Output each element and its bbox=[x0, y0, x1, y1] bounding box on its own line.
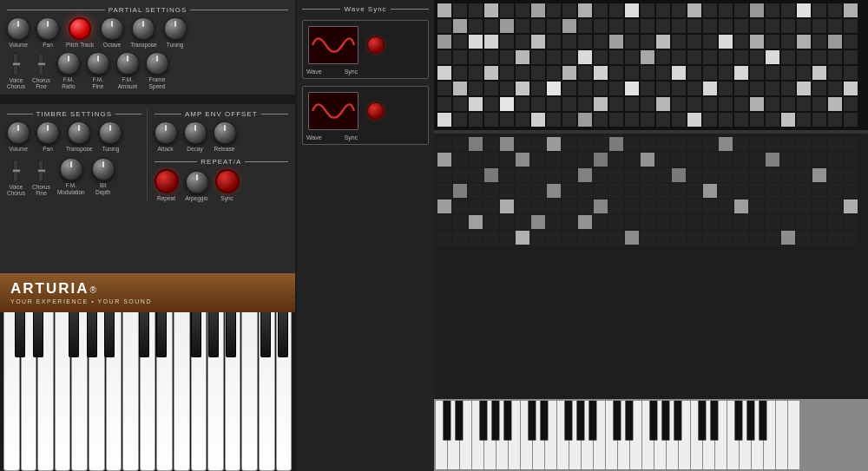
transpose-label: Transpose bbox=[130, 42, 156, 49]
sync-dot-1[interactable] bbox=[367, 36, 385, 54]
wave-display-1[interactable] bbox=[308, 26, 358, 64]
release-knob[interactable] bbox=[214, 121, 236, 144]
attack-knob[interactable] bbox=[155, 121, 177, 144]
wave-sync-unit-1: Wave Sync bbox=[302, 20, 429, 79]
fm-ratio-group: F.M.Ratio bbox=[57, 52, 80, 90]
frame-speed-group: FrameSpeed bbox=[146, 52, 168, 90]
frame-speed-label: FrameSpeed bbox=[149, 76, 166, 90]
black-key[interactable] bbox=[104, 312, 115, 357]
decay-knob[interactable] bbox=[184, 121, 207, 144]
black-key[interactable] bbox=[69, 312, 79, 357]
timbre-col: TIMBRE SETTINGS Volume Pan bbox=[7, 108, 148, 202]
t-chorus-fine-slider[interactable] bbox=[38, 160, 43, 182]
fm-amount-label: F.M.Amount bbox=[118, 76, 137, 90]
t-tuning-knob[interactable] bbox=[99, 121, 122, 144]
black-key[interactable] bbox=[260, 312, 271, 357]
arturia-tagline: YOUR EXPERIENCE • YOUR SOUND bbox=[10, 298, 152, 304]
octave-knob[interactable] bbox=[101, 17, 123, 40]
transpose-knob[interactable] bbox=[132, 17, 155, 40]
wave-sync-unit-2: Wave Sync bbox=[302, 86, 429, 145]
partial-bottom-row: VoiceChorus ChorusFine F.M.Ratio bbox=[7, 52, 288, 90]
wave-label-2: Wave bbox=[306, 134, 322, 141]
fm-amount-group: F.M.Amount bbox=[116, 52, 139, 90]
arpeggio-knob[interactable] bbox=[186, 171, 208, 193]
t-volume-knob[interactable] bbox=[7, 121, 30, 144]
sync-dot-2[interactable] bbox=[367, 102, 385, 120]
white-key[interactable] bbox=[122, 312, 139, 471]
t-voice-chorus-group: VoiceChorus bbox=[7, 160, 25, 196]
sync-button[interactable] bbox=[215, 169, 240, 193]
fm-amount-knob[interactable] bbox=[116, 52, 139, 75]
wave-sync-title: Wave Sync bbox=[302, 5, 429, 13]
keyboard-section bbox=[0, 312, 295, 471]
fm-fine-group: F.M.Fine bbox=[87, 52, 109, 90]
black-key[interactable] bbox=[226, 312, 236, 357]
t-volume-label: Volume bbox=[9, 146, 28, 153]
tuning-label: Tuning bbox=[167, 42, 184, 49]
chorus-fine-label: ChorusFine bbox=[32, 77, 50, 89]
t-chorus-fine-thumb bbox=[37, 168, 46, 173]
t-bit-depth-knob[interactable] bbox=[92, 158, 115, 180]
fm-ratio-knob[interactable] bbox=[57, 52, 80, 75]
wave-line-left bbox=[302, 9, 340, 10]
pan-knob[interactable] bbox=[36, 17, 59, 40]
timbre-top-row: Volume Pan Transpose bbox=[7, 121, 141, 153]
chorus-fine-slider[interactable] bbox=[38, 53, 43, 75]
wave-label-1: Wave bbox=[306, 69, 322, 75]
black-key[interactable] bbox=[208, 312, 219, 357]
repeat-btn-group: Repeat bbox=[155, 169, 179, 202]
title-line-left bbox=[7, 10, 105, 10]
t-chorus-fine-label: ChorusFine bbox=[32, 184, 50, 196]
t-volume-group: Volume bbox=[7, 121, 30, 153]
white-key[interactable] bbox=[174, 312, 190, 471]
partial-top-knob-row: Volume Pan Pitch Track Octave bbox=[7, 17, 288, 49]
pitch-track-group: Pitch Track bbox=[66, 17, 94, 49]
fm-fine-knob[interactable] bbox=[87, 52, 109, 75]
white-key[interactable] bbox=[241, 312, 258, 471]
arpeggio-group: Arpeggio bbox=[186, 171, 208, 202]
volume-knob-group: Volume bbox=[7, 17, 30, 49]
wave-sync-inner-2 bbox=[306, 90, 424, 132]
repeat-line-right bbox=[245, 161, 288, 162]
t-transpose-knob[interactable] bbox=[68, 121, 90, 144]
repeat-button[interactable] bbox=[155, 169, 179, 193]
black-key[interactable] bbox=[87, 312, 97, 357]
t-fm-mod-group: F.M.Modulation bbox=[57, 158, 85, 196]
t-tuning-group: Tuning bbox=[99, 121, 122, 153]
black-key[interactable] bbox=[156, 312, 167, 357]
tuning-knob[interactable] bbox=[164, 17, 187, 40]
black-key[interactable] bbox=[33, 312, 43, 357]
amp-env-row: Attack Decay Release bbox=[155, 121, 289, 153]
arturia-logo: ARTURIA bbox=[10, 280, 89, 298]
attack-label: Attack bbox=[157, 146, 173, 153]
octave-label: Octave bbox=[103, 42, 122, 49]
t-bit-depth-label: BitDepth bbox=[95, 182, 110, 196]
black-key[interactable] bbox=[139, 312, 149, 357]
voice-chorus-slider-group: VoiceChorus bbox=[7, 53, 25, 89]
t-voice-chorus-slider[interactable] bbox=[13, 160, 18, 182]
t-bit-depth-group: BitDepth bbox=[92, 158, 115, 196]
black-key[interactable] bbox=[15, 312, 25, 357]
wave-sync-title-wrap: Wave Sync bbox=[297, 0, 434, 16]
voice-chorus-slider[interactable] bbox=[13, 53, 18, 75]
t-pan-knob[interactable] bbox=[36, 121, 59, 144]
wave-display-2[interactable] bbox=[308, 92, 358, 130]
black-key[interactable] bbox=[191, 312, 201, 357]
wave-sync-inner-1 bbox=[306, 24, 424, 66]
sync-btn-group: Sync bbox=[215, 169, 240, 202]
t-fm-mod-knob[interactable] bbox=[60, 158, 82, 180]
frame-speed-knob[interactable] bbox=[146, 52, 168, 75]
amp-env-title-wrap: AMP ENV OFFSET bbox=[155, 110, 289, 118]
t-voice-chorus-label: VoiceChorus bbox=[7, 184, 25, 196]
volume-knob[interactable] bbox=[7, 17, 30, 40]
decay-group: Decay bbox=[184, 121, 207, 153]
octave-knob-group: Octave bbox=[101, 17, 123, 49]
t-pan-label: Pan bbox=[43, 146, 53, 153]
sync-label-1: Sync bbox=[345, 69, 358, 75]
black-key[interactable] bbox=[278, 312, 288, 357]
amp-env-label: AMP ENV OFFSET bbox=[185, 110, 258, 118]
pitch-track-led[interactable] bbox=[69, 17, 91, 40]
decay-label: Decay bbox=[187, 146, 202, 153]
timbre-line-right bbox=[115, 114, 141, 114]
amp-line-right bbox=[261, 114, 288, 114]
